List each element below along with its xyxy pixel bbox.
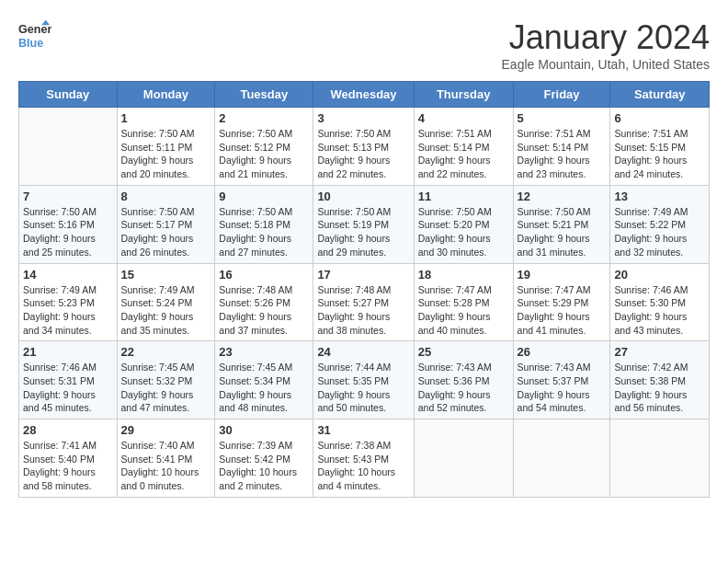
- logo-icon: General Blue: [18, 18, 51, 52]
- day-of-week-header: Monday: [117, 82, 215, 108]
- calendar-day-cell: 23Sunrise: 7:45 AMSunset: 5:34 PMDayligh…: [215, 341, 313, 419]
- day-number: 9: [219, 190, 309, 203]
- calendar-week-row: 28Sunrise: 7:41 AMSunset: 5:40 PMDayligh…: [19, 419, 710, 498]
- day-info: Sunrise: 7:47 AMSunset: 5:29 PMDaylight:…: [518, 283, 607, 338]
- calendar-day-cell: 24Sunrise: 7:44 AMSunset: 5:35 PMDayligh…: [313, 341, 414, 419]
- day-number: 28: [23, 423, 113, 437]
- day-info: Sunrise: 7:50 AMSunset: 5:16 PMDaylight:…: [23, 205, 113, 259]
- day-number: 24: [317, 345, 409, 359]
- calendar-day-cell: 8Sunrise: 7:50 AMSunset: 5:17 PMDaylight…: [117, 185, 215, 263]
- calendar-week-row: 7Sunrise: 7:50 AMSunset: 5:16 PMDaylight…: [19, 185, 710, 263]
- calendar-table: SundayMondayTuesdayWednesdayThursdayFrid…: [18, 81, 710, 498]
- day-info: Sunrise: 7:48 AMSunset: 5:26 PMDaylight:…: [219, 283, 309, 338]
- calendar-day-cell: 18Sunrise: 7:47 AMSunset: 5:28 PMDayligh…: [414, 263, 513, 341]
- day-number: 4: [418, 111, 509, 125]
- day-info: Sunrise: 7:45 AMSunset: 5:32 PMDaylight:…: [121, 361, 211, 415]
- day-number: 18: [418, 268, 509, 282]
- calendar-day-cell: 22Sunrise: 7:45 AMSunset: 5:32 PMDayligh…: [117, 341, 215, 419]
- location: Eagle Mountain, Utah, United States: [502, 57, 710, 72]
- day-info: Sunrise: 7:39 AMSunset: 5:42 PMDaylight:…: [219, 439, 309, 493]
- day-info: Sunrise: 7:46 AMSunset: 5:30 PMDaylight:…: [614, 283, 705, 338]
- calendar-day-cell: 15Sunrise: 7:49 AMSunset: 5:24 PMDayligh…: [117, 263, 215, 341]
- calendar-day-cell: 17Sunrise: 7:48 AMSunset: 5:27 PMDayligh…: [313, 263, 414, 341]
- day-number: 31: [317, 423, 409, 437]
- month-title: January 2024: [502, 18, 710, 57]
- day-of-week-header: Thursday: [414, 82, 513, 108]
- day-of-week-header: Tuesday: [215, 82, 313, 108]
- day-info: Sunrise: 7:51 AMSunset: 5:14 PMDaylight:…: [418, 127, 509, 181]
- day-number: 26: [518, 345, 607, 359]
- calendar-week-row: 21Sunrise: 7:46 AMSunset: 5:31 PMDayligh…: [19, 341, 710, 419]
- calendar-day-cell: 25Sunrise: 7:43 AMSunset: 5:36 PMDayligh…: [414, 341, 513, 419]
- day-info: Sunrise: 7:44 AMSunset: 5:35 PMDaylight:…: [317, 361, 409, 415]
- day-number: 5: [518, 111, 607, 125]
- day-number: 23: [219, 345, 309, 359]
- calendar-day-cell: 1Sunrise: 7:50 AMSunset: 5:11 PMDaylight…: [117, 108, 215, 186]
- calendar-day-cell: 9Sunrise: 7:50 AMSunset: 5:18 PMDaylight…: [215, 185, 313, 263]
- calendar-day-cell: [19, 108, 118, 186]
- day-number: 7: [23, 190, 113, 203]
- calendar-body: 1Sunrise: 7:50 AMSunset: 5:11 PMDaylight…: [19, 108, 710, 498]
- calendar-day-cell: 31Sunrise: 7:38 AMSunset: 5:43 PMDayligh…: [313, 419, 414, 498]
- day-of-week-header: Wednesday: [313, 82, 414, 108]
- day-number: 10: [317, 190, 409, 203]
- calendar-day-cell: 19Sunrise: 7:47 AMSunset: 5:29 PMDayligh…: [513, 263, 610, 341]
- page-header: General Blue January 2024 Eagle Mountain…: [18, 18, 710, 72]
- day-info: Sunrise: 7:50 AMSunset: 5:21 PMDaylight:…: [518, 205, 607, 259]
- day-number: 15: [121, 268, 211, 282]
- calendar-day-cell: 5Sunrise: 7:51 AMSunset: 5:14 PMDaylight…: [513, 108, 610, 186]
- calendar-day-cell: 14Sunrise: 7:49 AMSunset: 5:23 PMDayligh…: [19, 263, 118, 341]
- calendar-day-cell: 29Sunrise: 7:40 AMSunset: 5:41 PMDayligh…: [117, 419, 215, 498]
- day-info: Sunrise: 7:46 AMSunset: 5:31 PMDaylight:…: [23, 361, 113, 415]
- day-info: Sunrise: 7:50 AMSunset: 5:17 PMDaylight:…: [121, 205, 211, 259]
- day-info: Sunrise: 7:45 AMSunset: 5:34 PMDaylight:…: [219, 361, 309, 415]
- calendar-day-cell: 30Sunrise: 7:39 AMSunset: 5:42 PMDayligh…: [215, 419, 313, 498]
- day-info: Sunrise: 7:49 AMSunset: 5:24 PMDaylight:…: [121, 283, 211, 338]
- day-number: 27: [614, 345, 705, 359]
- calendar-header-row: SundayMondayTuesdayWednesdayThursdayFrid…: [19, 82, 710, 108]
- day-of-week-header: Friday: [513, 82, 610, 108]
- day-of-week-header: Saturday: [610, 82, 710, 108]
- day-number: 19: [518, 268, 607, 282]
- day-number: 17: [317, 268, 409, 282]
- day-info: Sunrise: 7:50 AMSunset: 5:12 PMDaylight:…: [219, 127, 309, 181]
- calendar-day-cell: 2Sunrise: 7:50 AMSunset: 5:12 PMDaylight…: [215, 108, 313, 186]
- day-number: 20: [614, 268, 705, 282]
- calendar-day-cell: 26Sunrise: 7:43 AMSunset: 5:37 PMDayligh…: [513, 341, 610, 419]
- day-info: Sunrise: 7:50 AMSunset: 5:20 PMDaylight:…: [418, 205, 509, 259]
- svg-text:Blue: Blue: [18, 37, 43, 50]
- day-number: 14: [23, 268, 113, 282]
- day-number: 22: [121, 345, 211, 359]
- logo: General Blue: [18, 18, 55, 52]
- calendar-day-cell: 4Sunrise: 7:51 AMSunset: 5:14 PMDaylight…: [414, 108, 513, 186]
- day-info: Sunrise: 7:51 AMSunset: 5:15 PMDaylight:…: [614, 127, 705, 181]
- calendar-day-cell: 27Sunrise: 7:42 AMSunset: 5:38 PMDayligh…: [610, 341, 710, 419]
- day-info: Sunrise: 7:42 AMSunset: 5:38 PMDaylight:…: [614, 361, 705, 415]
- day-info: Sunrise: 7:43 AMSunset: 5:37 PMDaylight:…: [518, 361, 607, 415]
- svg-text:General: General: [18, 23, 51, 36]
- calendar-day-cell: 20Sunrise: 7:46 AMSunset: 5:30 PMDayligh…: [610, 263, 710, 341]
- day-number: 1: [121, 111, 211, 125]
- day-info: Sunrise: 7:50 AMSunset: 5:19 PMDaylight:…: [317, 205, 409, 259]
- day-number: 2: [219, 111, 309, 125]
- calendar-day-cell: 6Sunrise: 7:51 AMSunset: 5:15 PMDaylight…: [610, 108, 710, 186]
- day-number: 8: [121, 190, 211, 203]
- day-info: Sunrise: 7:50 AMSunset: 5:18 PMDaylight:…: [219, 205, 309, 259]
- calendar-day-cell: [414, 419, 513, 498]
- day-info: Sunrise: 7:51 AMSunset: 5:14 PMDaylight:…: [518, 127, 607, 181]
- calendar-day-cell: 3Sunrise: 7:50 AMSunset: 5:13 PMDaylight…: [313, 108, 414, 186]
- calendar-week-row: 1Sunrise: 7:50 AMSunset: 5:11 PMDaylight…: [19, 108, 710, 186]
- title-block: January 2024 Eagle Mountain, Utah, Unite…: [502, 18, 710, 72]
- day-info: Sunrise: 7:48 AMSunset: 5:27 PMDaylight:…: [317, 283, 409, 338]
- day-number: 16: [219, 268, 309, 282]
- day-of-week-header: Sunday: [19, 82, 118, 108]
- calendar-day-cell: [513, 419, 610, 498]
- day-number: 30: [219, 423, 309, 437]
- calendar-week-row: 14Sunrise: 7:49 AMSunset: 5:23 PMDayligh…: [19, 263, 710, 341]
- day-info: Sunrise: 7:50 AMSunset: 5:13 PMDaylight:…: [317, 127, 409, 181]
- calendar-day-cell: [610, 419, 710, 498]
- calendar-day-cell: 16Sunrise: 7:48 AMSunset: 5:26 PMDayligh…: [215, 263, 313, 341]
- day-number: 3: [317, 111, 409, 125]
- day-info: Sunrise: 7:41 AMSunset: 5:40 PMDaylight:…: [23, 439, 113, 493]
- calendar-day-cell: 28Sunrise: 7:41 AMSunset: 5:40 PMDayligh…: [19, 419, 118, 498]
